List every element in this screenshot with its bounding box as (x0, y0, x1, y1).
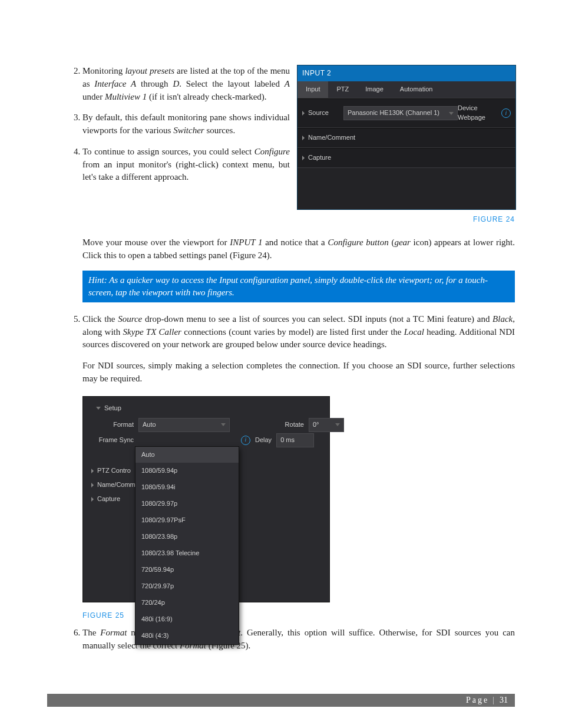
delay-field[interactable]: 0 ms (276, 433, 314, 447)
menu-item[interactable]: 1080/23.98 Telecine (135, 545, 239, 562)
source-row: Source Panasonic HE130K (Channel 1) Devi… (297, 98, 515, 128)
chevron-down-icon (335, 423, 340, 426)
rotate-dropdown[interactable]: 0° (309, 418, 344, 432)
disclosure-icon (91, 497, 94, 502)
menu-item[interactable]: 1080/29.97PsF (135, 512, 239, 529)
body-paragraph: Move your mouse over the viewport for IN… (82, 236, 515, 262)
menu-item[interactable]: 1080/59.94i (135, 479, 239, 496)
menu-item[interactable]: 720/59.94p (135, 562, 239, 578)
accordion-name-comment[interactable]: Name/Comment (297, 128, 515, 148)
device-webpage-link[interactable]: Device Webpage (458, 104, 497, 123)
frame-sync-label: Frame Sync (92, 436, 134, 445)
menu-item[interactable]: 1080/29.97p (135, 496, 239, 512)
accordion-capture[interactable]: Capture (297, 148, 515, 168)
chevron-down-icon (449, 112, 454, 115)
tab-input[interactable]: Input (297, 81, 328, 98)
setup-heading[interactable]: Setup (89, 401, 323, 418)
source-value: Panasonic HE130K (Channel 1) (348, 108, 439, 118)
format-label: Format (92, 420, 134, 430)
menu-item[interactable]: 480i (4:3) (135, 628, 239, 644)
rotate-label: Rotate (269, 420, 304, 430)
tab-automation[interactable]: Automation (392, 81, 441, 98)
disclosure-icon (302, 136, 305, 140)
tab-ptz[interactable]: PTZ (328, 81, 357, 98)
instruction-list-cont: Click the Source drop-down menu to see a… (47, 313, 515, 386)
source-label: Source (308, 108, 343, 118)
instruction-list-cont2: The Format menu defaults to Auto-Detect.… (47, 627, 515, 653)
disclosure-icon (91, 483, 94, 487)
figure-24-caption: FIGURE 24 (297, 215, 515, 225)
setup-panel: Setup Format Auto Rotate 0° Frame Sync i… (82, 396, 330, 602)
menu-item[interactable]: 720/29.97p (135, 578, 239, 595)
disclosure-icon (91, 469, 94, 473)
figure-24-block: INPUT 2 Input PTZ Image Automation Sourc… (297, 65, 515, 225)
page-footer: Page | 31 (47, 694, 515, 707)
menu-item[interactable]: 720/24p (135, 595, 239, 611)
list-item: Click the Source drop-down menu to see a… (82, 313, 515, 386)
info-icon[interactable]: i (241, 436, 250, 445)
menu-item[interactable]: 480i (16:9) (135, 611, 239, 628)
menu-item[interactable]: Auto (135, 447, 239, 463)
menu-item[interactable]: 1080/59.94p (135, 463, 239, 479)
format-dropdown[interactable]: Auto (138, 418, 230, 432)
info-icon[interactable]: i (501, 108, 511, 118)
input-config-panel: INPUT 2 Input PTZ Image Automation Sourc… (297, 65, 516, 210)
disclosure-icon (302, 156, 305, 160)
disclosure-icon[interactable] (302, 111, 305, 116)
menu-item[interactable]: 1080/23.98p (135, 529, 239, 545)
delay-label: Delay (255, 436, 272, 445)
source-dropdown[interactable]: Panasonic HE130K (Channel 1) (343, 106, 458, 120)
panel-tabs: Input PTZ Image Automation (297, 81, 515, 98)
hint-callout: Hint: As a quicker way to access the Inp… (82, 271, 515, 302)
format-menu[interactable]: Auto 1080/59.94p 1080/59.94i 1080/29.97p… (135, 446, 239, 645)
panel-title: INPUT 2 (297, 65, 515, 81)
tab-image[interactable]: Image (357, 81, 392, 98)
delay-row: i Delay 0 ms (241, 433, 314, 447)
chevron-down-icon (221, 423, 226, 426)
document-page: INPUT 2 Input PTZ Image Automation Sourc… (0, 0, 562, 728)
panel-body (297, 168, 515, 209)
chevron-down-icon (96, 407, 101, 410)
